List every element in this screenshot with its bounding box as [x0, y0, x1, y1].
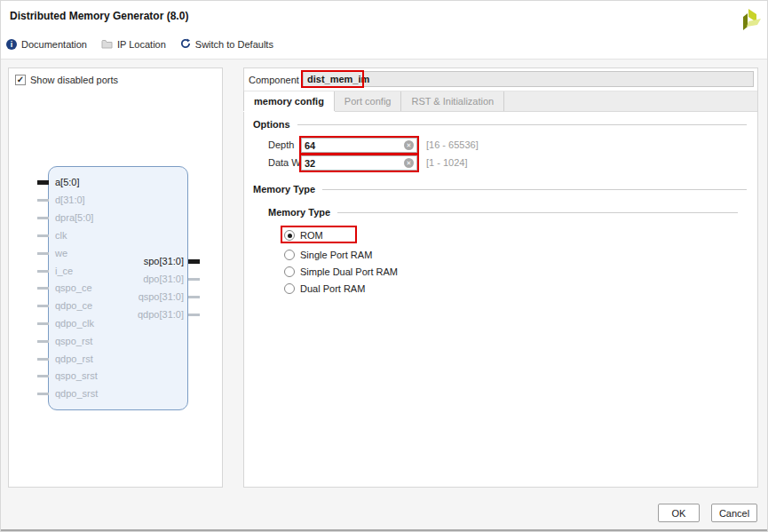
- port-row: qdpo[31:0]: [89, 307, 200, 322]
- depth-input[interactable]: [302, 139, 404, 151]
- port-stub: [188, 296, 200, 298]
- port-stub: [37, 234, 49, 237]
- depth-field[interactable]: ✕: [301, 138, 417, 153]
- port-row: clk: [37, 228, 67, 242]
- port-stub: [37, 393, 49, 395]
- port-row: i_ce: [37, 264, 73, 278]
- port-row: d[31:0]: [37, 193, 85, 207]
- depth-range: [16 - 65536]: [426, 139, 479, 150]
- port-row: dpra[5:0]: [37, 210, 93, 225]
- radio-rom[interactable]: ROM: [284, 228, 323, 242]
- radio-icon[interactable]: [284, 266, 295, 277]
- toolbar: i Documentation IP Location Switch to De…: [6, 38, 273, 51]
- radio-simple-dual-port-ram[interactable]: Simple Dual Port RAM: [284, 265, 398, 279]
- info-icon: i: [6, 39, 17, 50]
- section-rule: [337, 212, 738, 213]
- radio-dot: [288, 234, 292, 238]
- clear-icon[interactable]: ✕: [404, 158, 414, 168]
- checkbox-icon[interactable]: ✓: [15, 75, 26, 85]
- config-panel: Component Name memory config Port config…: [243, 67, 758, 488]
- data-width-input[interactable]: [302, 157, 404, 169]
- port-stub: [37, 252, 49, 255]
- cancel-button[interactable]: Cancel: [711, 504, 757, 522]
- ok-button[interactable]: OK: [658, 504, 700, 522]
- port-stub: [37, 180, 49, 185]
- port-row: qdpo_clk: [37, 316, 94, 330]
- port-row: qdpo_srst: [37, 386, 98, 401]
- port-stub: [37, 270, 49, 273]
- vendor-logo-icon: [736, 6, 763, 36]
- radio-icon[interactable]: [284, 230, 295, 241]
- ip-customization-dialog: Distributed Memory Generator (8.0) i Doc…: [0, 0, 768, 532]
- show-disabled-ports-checkbox[interactable]: ✓ Show disabled ports: [15, 75, 118, 85]
- port-stub: [188, 259, 200, 264]
- port-stub: [188, 314, 200, 316]
- port-row: a[5:0]: [37, 175, 80, 189]
- port-stub: [37, 199, 49, 202]
- show-disabled-ports-label: Show disabled ports: [30, 75, 118, 85]
- port-stub: [37, 287, 49, 290]
- header-divider: [1, 59, 767, 60]
- section-rule: [322, 189, 747, 190]
- folder-icon: [101, 39, 113, 51]
- data-width-field[interactable]: ✕: [301, 155, 417, 171]
- port-row: qspo_rst: [37, 334, 92, 348]
- port-stub: [37, 305, 49, 307]
- radio-icon[interactable]: [284, 283, 295, 294]
- annotation-box-data-width: ✕: [299, 154, 419, 172]
- dialog-bottom-edge: [1, 529, 767, 531]
- port-stub: [37, 358, 49, 361]
- tab-memory-config[interactable]: memory config: [243, 91, 335, 111]
- clear-icon[interactable]: ✕: [404, 140, 414, 150]
- page-title: Distributed Memory Generator (8.0): [10, 10, 188, 22]
- ip-location-label: IP Location: [117, 39, 166, 50]
- port-row: we: [37, 246, 67, 260]
- port-stub: [188, 278, 200, 281]
- radio-single-port-ram[interactable]: Single Port RAM: [284, 248, 372, 262]
- radio-dual-port-ram[interactable]: Dual Port RAM: [284, 282, 365, 296]
- documentation-button[interactable]: i Documentation: [6, 39, 87, 50]
- memory-type-subheading: Memory Type: [268, 207, 738, 218]
- port-row: qdpo_ce: [37, 298, 92, 313]
- section-rule: [297, 124, 747, 125]
- documentation-label: Documentation: [21, 39, 87, 50]
- tab-port-config[interactable]: Port config: [335, 91, 402, 111]
- refresh-icon: [180, 38, 191, 51]
- port-row: qspo[31:0]: [89, 290, 200, 304]
- data-width-range: [1 - 1024]: [426, 157, 467, 168]
- port-stub: [37, 217, 49, 219]
- options-section-heading: Options: [253, 119, 747, 130]
- tab-bar: memory config Port config RST & Initiali…: [244, 91, 757, 112]
- port-row: qspo_ce: [37, 281, 92, 295]
- radio-icon[interactable]: [284, 250, 295, 260]
- port-stub: [37, 375, 49, 377]
- tab-rst-initialization[interactable]: RST & Initialization: [401, 91, 504, 111]
- ip-location-button[interactable]: IP Location: [101, 39, 166, 51]
- switch-to-defaults-label: Switch to Defaults: [195, 39, 273, 50]
- port-row: qspo_srst: [37, 369, 98, 383]
- port-row: dpo[31:0]: [89, 272, 200, 286]
- depth-label: Depth: [268, 139, 294, 150]
- memory-type-section-heading: Memory Type: [253, 184, 747, 195]
- port-stub: [37, 340, 49, 343]
- port-stub: [37, 322, 49, 325]
- port-row: qdpo_rst: [37, 352, 93, 366]
- ip-symbol-panel: ✓ Show disabled ports a[5:0] d[31:0] dpr…: [8, 67, 223, 488]
- port-row: spo[31:0]: [89, 254, 200, 268]
- component-name-input[interactable]: [303, 71, 754, 87]
- annotation-box-depth: ✕: [299, 136, 419, 155]
- switch-to-defaults-button[interactable]: Switch to Defaults: [180, 38, 273, 51]
